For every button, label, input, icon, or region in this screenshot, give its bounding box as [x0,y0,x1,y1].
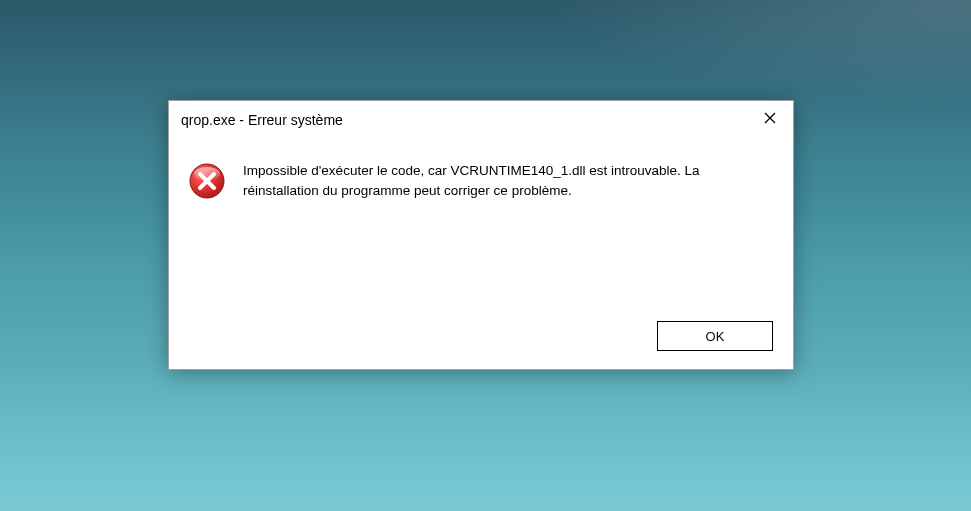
error-icon [189,163,225,199]
titlebar[interactable]: qrop.exe - Erreur système [169,101,793,139]
close-icon [764,112,776,124]
button-row: OK [657,321,773,351]
ok-button[interactable]: OK [657,321,773,351]
error-message: Impossible d'exécuter le code, car VCRUN… [243,161,773,202]
close-button[interactable] [747,102,793,134]
dialog-title: qrop.exe - Erreur système [181,112,747,128]
dialog-content: Impossible d'exécuter le code, car VCRUN… [169,139,793,212]
error-dialog: qrop.exe - Erreur système [168,100,794,370]
